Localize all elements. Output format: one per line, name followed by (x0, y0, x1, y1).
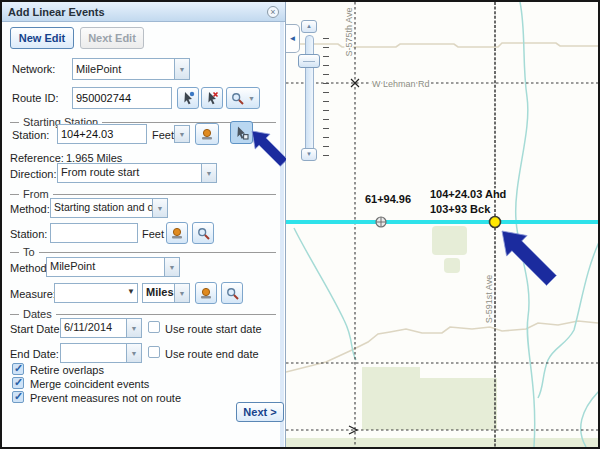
new-edit-button[interactable]: New Edit (10, 27, 74, 49)
pick-station-on-map-button[interactable] (230, 121, 253, 144)
search-icon (231, 92, 244, 105)
zoom-slider-ticks (323, 38, 329, 158)
panel-title: Add Linear Events (8, 6, 105, 18)
station-label-ahead: 104+24.03 Ahd (430, 188, 506, 200)
chevron-down-icon[interactable]: ▼ (174, 283, 190, 303)
station-picker-icon (235, 126, 249, 140)
panel-titlebar[interactable]: Add Linear Events × (2, 2, 285, 22)
station-units-select[interactable]: ▼ (174, 125, 190, 143)
retire-overlaps-checkbox[interactable] (12, 363, 24, 375)
select-route-on-map-button[interactable] (177, 87, 199, 109)
next-edit-button[interactable]: Next Edit (80, 27, 144, 49)
prevent-measures-checkbox[interactable] (12, 391, 24, 403)
road-label-vertical-left: S-575th Ave (344, 8, 354, 57)
station-label-back: 103+93 Bck (430, 203, 491, 215)
direction-select[interactable]: From route start ▼ (57, 163, 217, 183)
next-button[interactable]: Next > (236, 402, 284, 422)
map-canvas[interactable]: W Lehman Rd S-575th Ave S-591st Ave 61+9… (286, 2, 598, 447)
calendar-dropdown-icon[interactable]: ▼ (126, 318, 142, 338)
from-measure-button[interactable] (166, 222, 188, 244)
route-search-dropdown-button[interactable]: ▼ (226, 87, 260, 109)
start-date-picker[interactable]: 6/11/2014 ▼ (60, 318, 142, 338)
chevron-down-icon[interactable]: ▼ (127, 287, 135, 296)
retire-overlaps-label: Retire overlaps (30, 364, 104, 376)
from-method-value: Starting station and offset (50, 198, 152, 218)
station-units-value: Feet (152, 129, 174, 141)
network-label: Network: (12, 63, 55, 75)
station-tool-icon (200, 128, 214, 141)
road-label-vertical-right: S-591st Ave (484, 275, 494, 323)
search-icon (197, 227, 210, 240)
end-date-picker[interactable]: ▼ (60, 343, 142, 363)
direction-label: Direction: (10, 168, 56, 180)
clear-route-selection-button[interactable] (201, 87, 223, 109)
station-tool-icon (199, 287, 213, 300)
chevron-down-icon[interactable]: ▼ (174, 58, 190, 80)
merge-coincident-events-label: Merge coincident events (30, 378, 149, 390)
route-id-label: Route ID: (12, 92, 58, 104)
from-station-label: Station: (10, 228, 47, 240)
from-station-input[interactable] (50, 223, 138, 243)
use-route-end-date-checkbox[interactable] (148, 346, 160, 358)
add-linear-events-panel: Add Linear Events × New Edit Next Edit N… (2, 2, 286, 447)
road-label-horizontal: W Lehman Rd (372, 79, 430, 89)
station-input[interactable] (57, 124, 147, 144)
to-method-value: MilePoint (46, 257, 164, 277)
use-route-end-date-label: Use route end date (165, 348, 259, 360)
use-route-start-date-checkbox[interactable] (148, 321, 160, 333)
chevron-down-icon: ▼ (248, 95, 255, 102)
measure-on-route-button[interactable] (195, 123, 219, 145)
end-date-label: End Date: (10, 348, 59, 360)
zoom-out-button[interactable]: ▼ (301, 148, 317, 161)
panel-edge (280, 2, 284, 447)
cursor-clear-icon (205, 91, 219, 105)
merge-coincident-events-checkbox[interactable] (12, 377, 24, 389)
chevron-down-icon[interactable]: ▼ (164, 257, 180, 277)
reference-label: Reference: (10, 152, 64, 164)
route-id-input[interactable] (72, 87, 172, 109)
from-search-button[interactable] (192, 222, 214, 244)
from-method-select[interactable]: Starting station and offset ▼ (50, 198, 168, 218)
end-date-value (60, 343, 126, 363)
station-tool-icon (170, 227, 184, 240)
prevent-measures-label: Prevent measures not on route (30, 392, 181, 404)
zoom-in-button[interactable]: ▲ (301, 20, 317, 33)
station-marker (376, 217, 386, 227)
close-icon[interactable]: × (267, 6, 279, 18)
zoom-slider-handle[interactable] (298, 54, 320, 68)
use-route-start-date-label: Use route start date (165, 323, 262, 335)
to-method-label: Method: (10, 262, 50, 274)
direction-value: From route start (57, 163, 201, 183)
network-value: MilePoint (72, 58, 174, 80)
calendar-dropdown-icon[interactable]: ▼ (126, 343, 142, 363)
measure-units-value: Miles (142, 283, 174, 303)
network-select[interactable]: MilePoint ▼ (72, 58, 190, 80)
station-label: Station: (12, 129, 49, 141)
station-label-existing: 61+94.96 (365, 193, 411, 205)
selected-point-marker[interactable] (490, 217, 501, 228)
terrain-green-areas (286, 226, 598, 447)
measure-label: Measure: (10, 288, 56, 300)
measure-units-select[interactable]: Miles ▼ (142, 283, 190, 303)
app-window: Add Linear Events × New Edit Next Edit N… (0, 0, 600, 449)
chevron-down-icon[interactable]: ▼ (201, 163, 217, 183)
to-method-select[interactable]: MilePoint ▼ (46, 257, 180, 277)
to-search-button[interactable] (221, 282, 243, 304)
grid-marks (349, 79, 359, 434)
zoom-slider: ▲ ▼ (298, 20, 334, 162)
measure-combo-input[interactable] (54, 283, 138, 303)
start-date-label: Start Date: (10, 323, 63, 335)
section-dates: Dates (10, 308, 276, 320)
cursor-select-icon (181, 91, 195, 105)
from-units-label: Feet (142, 228, 164, 240)
to-measure-button[interactable] (195, 282, 217, 304)
start-date-value: 6/11/2014 (60, 318, 126, 338)
chevron-down-icon[interactable]: ▼ (152, 198, 168, 218)
chevron-down-icon[interactable]: ▼ (174, 125, 190, 143)
from-method-label: Method: (10, 203, 50, 215)
search-icon (226, 287, 239, 300)
